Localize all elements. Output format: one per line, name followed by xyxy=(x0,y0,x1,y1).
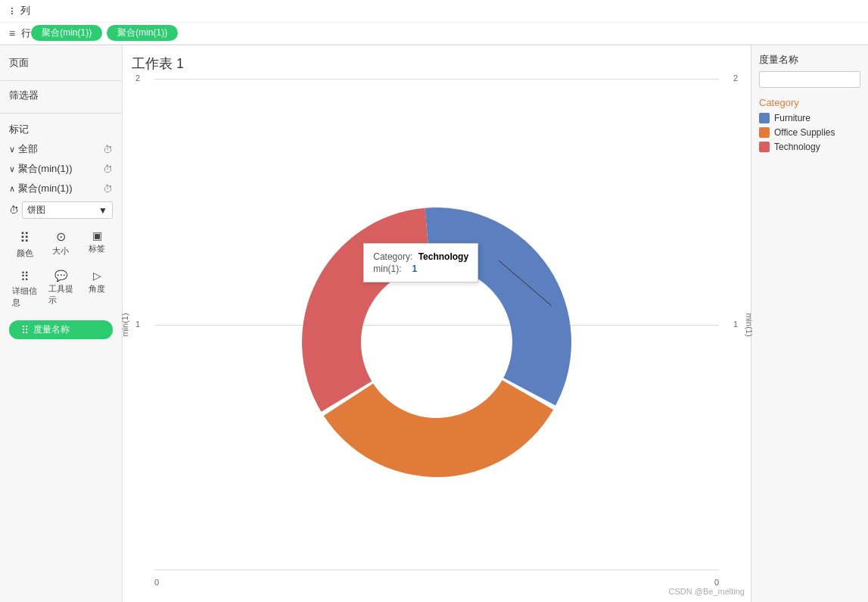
divider-2 xyxy=(0,113,122,114)
chart-canvas: 2 2 1 1 min(1) min(1) 0 0 xyxy=(132,79,742,593)
page-title: 页面 xyxy=(9,56,113,70)
x-bottom-left: 0 xyxy=(154,578,159,587)
sidebar-item-all[interactable]: ∨ 全部 ⏱ xyxy=(0,139,122,159)
marks-detail[interactable]: ⠿ 详细信息 xyxy=(9,267,41,311)
agg1-label: 聚合(min(1)) xyxy=(18,162,73,176)
columns-icon: ⫶ xyxy=(9,5,14,17)
pie-label: 饼图 xyxy=(27,204,45,217)
furniture-swatch xyxy=(759,113,770,123)
agg2-label: 聚合(min(1)) xyxy=(18,182,73,195)
size-icon: ⊙ xyxy=(56,229,66,244)
marks-angle[interactable]: ▷ 角度 xyxy=(81,267,113,311)
clock-icon-agg1: ⏱ xyxy=(103,164,113,175)
chevron-down-icon: ∨ xyxy=(9,145,15,154)
tooltip-category-line: Category: Technology xyxy=(373,251,468,262)
column-label: 列 xyxy=(20,4,30,17)
legend-item-furniture: Furniture xyxy=(759,113,860,123)
tech-swatch xyxy=(759,142,770,152)
legend-title: Category xyxy=(759,97,860,108)
marks-section-title: 标记 xyxy=(0,117,122,139)
marks-tooltip[interactable]: 💬 工具提示 xyxy=(45,267,77,311)
sidebar-item-agg2[interactable]: ∧ 聚合(min(1)) ⏱ xyxy=(0,179,122,198)
left-sidebar: 页面 筛选器 标记 ∨ 全部 ⏱ ∨ 聚合(min(1)) ⏱ ∧ 聚合(min… xyxy=(0,45,123,602)
clock-icon-agg2: ⏱ xyxy=(103,183,113,195)
tooltip-min-line: min(1): 1 xyxy=(373,264,468,274)
marks-color[interactable]: ⠿ 颜色 xyxy=(9,226,41,262)
tooltip-min-value: 1 xyxy=(412,264,418,274)
office-swatch xyxy=(759,127,770,138)
office-supplies-label: Office Supplies xyxy=(774,127,835,138)
grid-top: 2 2 xyxy=(154,79,719,80)
tooltip-min-key: min(1): xyxy=(373,264,401,274)
main-layout: 页面 筛选器 标记 ∨ 全部 ⏱ ∨ 聚合(min(1)) ⏱ ∧ 聚合(min… xyxy=(0,45,868,602)
measure-btn[interactable]: ⠿ 度量名称 xyxy=(9,320,113,339)
right-panel-title: 度量名称 xyxy=(759,53,860,67)
chart-title: 工作表 1 xyxy=(132,55,742,73)
top-bar: ⫶ 列 ≡ 行 聚合(min(1)) 聚合(min(1)) xyxy=(0,0,868,45)
chevron-up-icon-agg2: ∧ xyxy=(9,184,15,194)
pie-dropdown[interactable]: 饼图 ▼ xyxy=(22,201,113,219)
donut-chart[interactable] xyxy=(285,191,588,494)
column-row: ⫶ 列 xyxy=(0,0,868,23)
measure-label: 度量名称 xyxy=(33,323,70,336)
tooltip-label: 工具提示 xyxy=(48,283,74,306)
color-label: 颜色 xyxy=(17,248,33,259)
row-label: 行 xyxy=(21,27,31,40)
divider-1 xyxy=(0,80,122,81)
marks-size[interactable]: ⊙ 大小 xyxy=(45,226,77,262)
size-label: 大小 xyxy=(52,245,69,257)
pill-2[interactable]: 聚合(min(1)) xyxy=(107,25,178,41)
tooltip-category-value: Technology xyxy=(418,251,468,262)
furniture-label: Furniture xyxy=(774,113,810,123)
tooltip-category-key: Category: xyxy=(373,251,412,262)
watermark: CSDN @Be_melting xyxy=(669,587,745,596)
measure-input[interactable] xyxy=(759,71,860,88)
legend-item-tech: Technology xyxy=(759,142,860,152)
filter-section: 筛选器 xyxy=(0,84,122,110)
marks-bottom: ⠿ 详细信息 💬 工具提示 ▷ 角度 xyxy=(0,267,122,316)
all-label: 全部 xyxy=(18,142,38,156)
legend-list: Furniture Office Supplies Technology xyxy=(759,113,860,152)
grid-top-right-label: 2 xyxy=(733,73,738,83)
y-axis-right: min(1) xyxy=(744,313,753,336)
grid-top-left-label: 2 xyxy=(135,73,140,83)
rows-icon: ≡ xyxy=(9,27,15,39)
detail-icon: ⠿ xyxy=(20,270,30,284)
grid-mid-right-label: 1 xyxy=(733,320,738,329)
label-label: 标签 xyxy=(89,243,105,254)
tooltip-icon: 💬 xyxy=(54,270,67,282)
angle-icon: ▷ xyxy=(93,270,101,282)
donut-container xyxy=(285,191,588,494)
row-row: ≡ 行 聚合(min(1)) 聚合(min(1)) xyxy=(0,23,868,45)
sidebar-item-agg1[interactable]: ∨ 聚合(min(1)) ⏱ xyxy=(0,159,122,179)
right-panel: 度量名称 Category Furniture Office Supplies … xyxy=(751,45,868,602)
marks-grid: ⠿ 颜色 ⊙ 大小 ▣ 标签 xyxy=(0,222,122,267)
clock-icon-all: ⏱ xyxy=(103,144,113,155)
technology-label: Technology xyxy=(774,142,820,152)
x-bottom-right: 0 xyxy=(714,578,719,587)
page-section: 页面 xyxy=(0,51,122,77)
label-icon: ▣ xyxy=(92,229,102,242)
legend-item-office: Office Supplies xyxy=(759,127,860,138)
color-grid-icon: ⠿ xyxy=(20,229,30,246)
pie-row[interactable]: ⏱ 饼图 ▼ xyxy=(0,198,122,222)
grid-bottom xyxy=(154,569,719,570)
chevron-down-icon-agg1: ∨ xyxy=(9,164,15,174)
angle-label: 角度 xyxy=(89,283,105,295)
chart-area: 工作表 1 2 2 1 1 min(1) min(1) xyxy=(123,45,751,602)
marks-label[interactable]: ▣ 标签 xyxy=(81,226,113,262)
detail-label: 详细信息 xyxy=(12,285,38,308)
filter-title: 筛选器 xyxy=(9,89,113,102)
grid-mid-left-label: 1 xyxy=(135,320,140,329)
y-axis-left: min(1) xyxy=(120,313,129,336)
pie-icon: ⏱ xyxy=(9,204,19,216)
pill-1[interactable]: 聚合(min(1)) xyxy=(31,25,102,41)
dots-icon: ⠿ xyxy=(21,324,29,336)
tooltip-box: Category: Technology min(1): 1 xyxy=(363,243,478,282)
chevron-down-pie: ▼ xyxy=(98,205,107,216)
